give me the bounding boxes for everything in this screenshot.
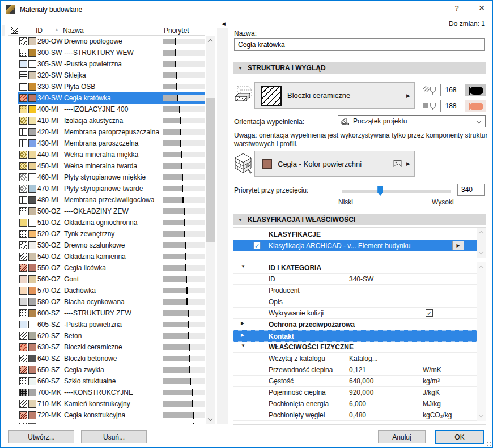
material-row[interactable]: 630-SZBloczki ceramiczne xyxy=(1,342,216,353)
slider-track[interactable] xyxy=(342,190,451,193)
properties-scrollbar[interactable] xyxy=(477,262,486,421)
help-button[interactable]: ? xyxy=(450,4,464,15)
chevron-down-icon xyxy=(477,119,481,123)
cancel-button[interactable]: Anuluj xyxy=(378,430,426,443)
delete-button[interactable]: Usuń... xyxy=(81,430,147,443)
footer-divider xyxy=(233,424,486,425)
property-group-row[interactable]: ▶Ochrona przeciwpożarowa xyxy=(233,319,477,330)
property-group-row[interactable]: ▼WŁAŚCIWOŚCI FIZYCZNE xyxy=(233,342,477,353)
scroll-down-icon[interactable] xyxy=(479,413,483,417)
collapse-panel-icon[interactable]: ◀ xyxy=(222,21,226,27)
material-row[interactable]: 710-MKKamień konstrukcyjny xyxy=(1,398,216,409)
property-group-row[interactable]: ▶Kontakt xyxy=(233,330,477,342)
material-row[interactable]: 600-SZ----STRUKTURY ZEW xyxy=(1,308,216,319)
column-header-id[interactable]: ID xyxy=(36,27,42,35)
property-row[interactable]: Producent xyxy=(233,285,477,296)
material-row[interactable]: 550-OZCegła licówka xyxy=(1,262,216,274)
ok-button[interactable]: OK xyxy=(435,430,484,444)
cut-line-pen-swatch[interactable] xyxy=(465,84,486,96)
material-row[interactable]: 460-MIPłyty styropianowe miękkie xyxy=(1,172,216,183)
material-row[interactable]: 305-SW-Pustka powietrzna xyxy=(1,58,216,70)
scroll-down-icon[interactable] xyxy=(479,250,483,254)
fill-background-pen-swatch[interactable] xyxy=(465,100,486,112)
priority-slider[interactable] xyxy=(342,186,451,196)
section-expanded-icon[interactable]: ▼ xyxy=(238,66,243,71)
material-row[interactable]: 430-MIMembrana paroszczelna xyxy=(1,138,216,149)
group-expanded-icon[interactable]: ▼ xyxy=(241,343,245,348)
property-row[interactable]: Opis xyxy=(233,296,477,308)
property-row[interactable]: Pojemność cieplna920,000J/kgK xyxy=(233,387,477,398)
cut-fill-button[interactable]: Bloczki ceramiczne ▶ xyxy=(254,82,415,109)
priority-tick xyxy=(181,151,182,158)
material-row[interactable]: 440-MIWełna mineralna miękka xyxy=(1,149,216,160)
material-row[interactable]: 470-MIPłyty styropianowe twarde xyxy=(1,183,216,194)
property-row[interactable]: Pochłonięty węgiel0,480kgCO₂/kg xyxy=(233,409,477,421)
material-row[interactable]: 730-MKBeton komórkowy xyxy=(1,421,216,424)
classification-row[interactable]: ✓ Klasyfikacja ARCHICAD - v... Element b… xyxy=(233,240,477,251)
scroll-down-icon[interactable] xyxy=(208,416,212,421)
property-row[interactable]: ID340-SW xyxy=(233,274,477,285)
material-row[interactable]: 560-OZGont xyxy=(1,274,216,285)
material-row[interactable]: 300-SW----STRUKTURY WEW xyxy=(1,47,216,58)
surface-button[interactable]: Cegła - Kolor powierzchni ▶ xyxy=(254,151,415,177)
material-row[interactable]: 320-SWSklejka xyxy=(1,70,216,81)
slider-handle[interactable] xyxy=(377,186,383,196)
material-row[interactable]: 660-SZSzkło struktualne xyxy=(1,376,216,387)
material-row[interactable]: 720-MKCegła konstrukcyjna xyxy=(1,409,216,421)
section-classification[interactable]: ▼ KLASYFIKACJA I WŁAŚCIWOŚCI xyxy=(233,214,486,225)
material-row[interactable]: 330-SWPłyta OSB xyxy=(1,81,216,92)
material-row[interactable]: 570-OZDachówka xyxy=(1,285,216,296)
property-row[interactable]: Pochłonięta energia6,000MJ/kg xyxy=(233,398,477,409)
scroll-up-icon[interactable] xyxy=(479,266,483,270)
material-row[interactable]: 520-OZTynk zewnętrzny xyxy=(1,228,216,240)
create-button[interactable]: Utwórz... xyxy=(8,430,74,443)
material-name: ----IZOLACYJNE 400 xyxy=(64,105,128,113)
name-input[interactable] xyxy=(234,38,485,51)
group-expanded-icon[interactable]: ▼ xyxy=(241,264,245,269)
property-row[interactable]: Wykrywanie kolizji✓ xyxy=(233,308,477,319)
material-row[interactable]: 700-MK----KONSTRUKCYJNE xyxy=(1,387,216,398)
material-row[interactable]: 480-MIMembrana przeciwwilgociowa xyxy=(1,194,216,206)
material-row[interactable]: 290-OWDrewno podłogowe xyxy=(1,36,216,47)
material-row[interactable]: 650-SZCegła zwykła xyxy=(1,364,216,376)
material-row[interactable]: 420-MIMembrana paroprzepuszczalna xyxy=(1,126,216,138)
section-expanded-icon[interactable]: ▼ xyxy=(238,217,243,223)
column-header-name[interactable]: Nazwa xyxy=(63,27,84,35)
classification-picker-button[interactable]: ▶ xyxy=(452,241,464,250)
materials-scrollbar[interactable] xyxy=(206,36,215,424)
fill-background-pen-number[interactable] xyxy=(440,100,461,112)
material-row[interactable]: 640-SZBloczki betonowe xyxy=(1,353,216,364)
material-row[interactable]: 500-OZ----OKŁADZINY ZEW xyxy=(1,206,216,217)
close-icon[interactable]: ✕ xyxy=(474,3,489,16)
property-row[interactable]: Przewodność cieplna0,121W/mK xyxy=(233,364,477,376)
material-id: 600-SZ xyxy=(37,309,60,317)
material-row[interactable]: 510-OZOkładzina ogniochronna xyxy=(1,217,216,228)
column-header-priority[interactable]: Priorytet xyxy=(164,27,189,35)
section-structure[interactable]: ▼ STRUKTURA I WYGLĄD xyxy=(233,62,486,74)
material-row[interactable]: 400-MI----IZOLACYJNE 400 xyxy=(1,104,216,115)
fill-orientation-select[interactable]: Początek projektu xyxy=(338,115,486,127)
group-collapsed-icon[interactable]: ▶ xyxy=(241,332,244,338)
cut-line-pen-number[interactable] xyxy=(440,84,461,96)
priority-value-input[interactable] xyxy=(457,184,485,196)
material-row[interactable]: 410-MIIzolacja akustyczna xyxy=(1,115,216,126)
property-value: Katalog... xyxy=(349,355,378,362)
property-group-row[interactable]: ▼ID i KATEGORIA xyxy=(233,262,477,274)
material-row[interactable]: 450-MIWełna mineralna twarda xyxy=(1,160,216,172)
resize-grip[interactable] xyxy=(486,441,491,446)
material-row[interactable]: 340-SWCegła kratówka xyxy=(1,92,216,104)
material-row[interactable]: 605-SZ-Pustka powietrzna xyxy=(1,319,216,330)
property-row[interactable]: Wczytaj z kataloguKatalog... xyxy=(233,353,477,364)
material-row[interactable]: 540-OZOkładzina kamienna xyxy=(1,251,216,262)
group-collapsed-icon[interactable]: ▶ xyxy=(241,321,244,326)
scrollbar-thumb[interactable] xyxy=(206,98,215,242)
classifications-scrollbar[interactable] xyxy=(477,228,486,258)
material-row[interactable]: 620-SZBeton xyxy=(1,330,216,342)
scroll-up-icon[interactable] xyxy=(208,39,212,44)
material-row[interactable]: 580-OZBlacha ocynkowana xyxy=(1,296,216,308)
property-checkbox[interactable]: ✓ xyxy=(426,309,433,317)
scroll-up-icon[interactable] xyxy=(479,231,483,236)
material-row[interactable]: 530-OZDrewno szalunkowe xyxy=(1,240,216,251)
classification-checkbox[interactable]: ✓ xyxy=(253,242,261,249)
property-row[interactable]: Gęstość648,000kg/m³ xyxy=(233,376,477,387)
